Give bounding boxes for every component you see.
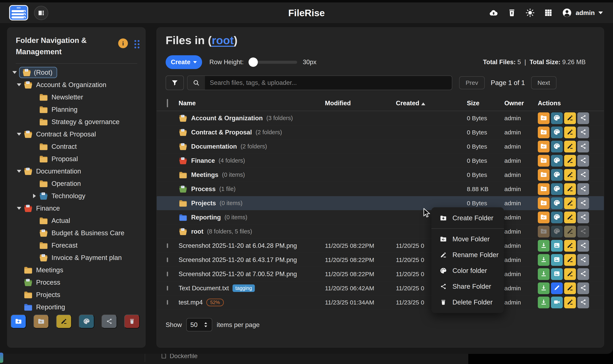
move-folder-button[interactable] — [33, 315, 49, 328]
rename-folder-button[interactable] — [56, 315, 71, 328]
rename-action-button[interactable] — [564, 183, 576, 195]
item-name[interactable]: root — [191, 228, 203, 235]
row-checkbox[interactable] — [167, 272, 168, 276]
tree-item-reporting[interactable]: Reporting — [7, 301, 145, 313]
download-action-button[interactable] — [538, 297, 550, 308]
trash-restore-icon[interactable] — [507, 8, 516, 17]
share-action-button[interactable] — [577, 155, 589, 167]
row-checkbox[interactable] — [167, 286, 168, 290]
item-name[interactable]: Screenshot 2025-11-20 at 6.04.28 PM.png — [179, 242, 297, 249]
column-modified[interactable]: Modified — [325, 100, 396, 107]
column-owner[interactable]: Owner — [504, 100, 538, 107]
root-breadcrumb-link[interactable]: root — [212, 34, 234, 47]
tree-item-proposal[interactable]: Proposal — [7, 153, 145, 165]
item-name[interactable]: Contract & Proposal — [191, 129, 252, 136]
item-name[interactable]: Screenshot 2025-11-20 at 7.00.52 PM.png — [179, 271, 297, 278]
prev-page-button[interactable]: Prev — [459, 76, 485, 89]
row-checkbox[interactable] — [167, 258, 168, 262]
column-created[interactable]: Created — [396, 100, 467, 107]
menu-item-move-folder[interactable]: Move Folder — [431, 231, 504, 247]
image-action-button[interactable] — [551, 240, 563, 252]
upload-cloud-icon[interactable] — [489, 8, 498, 17]
table-row-documentation[interactable]: Documentation(2 folders)0 Bytesadmin — [157, 140, 604, 154]
download-action-button[interactable] — [538, 254, 550, 266]
image-action-button[interactable] — [551, 254, 563, 266]
menu-item-delete-folder[interactable]: Delete Folder — [431, 294, 504, 310]
share-action-button[interactable] — [577, 240, 589, 252]
user-menu[interactable]: admin — [562, 8, 603, 18]
share-action-button[interactable] — [577, 212, 589, 223]
select-all-checkbox[interactable] — [167, 99, 168, 107]
palette-action-button[interactable] — [551, 169, 563, 181]
table-row-meetings[interactable]: Meetings(0 items)0 Bytesadmin — [157, 168, 604, 182]
palette-action-button[interactable] — [551, 155, 563, 167]
share-action-button[interactable] — [577, 197, 589, 209]
menu-item-create-folder[interactable]: Create Folder — [431, 210, 504, 226]
delete-folder-button[interactable] — [124, 315, 140, 328]
caret-down-icon[interactable] — [10, 71, 19, 74]
move-action-button[interactable] — [538, 197, 550, 209]
download-action-button[interactable] — [538, 240, 550, 252]
rename-action-button[interactable] — [564, 268, 576, 280]
rename-action-button[interactable] — [564, 141, 576, 152]
item-name[interactable]: Screenshot 2025-11-20 at 6.43.17 PM.png — [179, 256, 297, 264]
theme-sun-icon[interactable] — [525, 8, 535, 17]
tree-item-actual[interactable]: Actual — [7, 214, 145, 227]
menu-item-color-folder[interactable]: Color folder — [431, 263, 504, 279]
rename-action-button[interactable] — [564, 254, 576, 266]
rename-action-button[interactable] — [564, 169, 576, 181]
share-action-button[interactable] — [577, 297, 589, 308]
table-row-projects[interactable]: Projects(0 items)0 Bytesadmin — [157, 196, 604, 210]
rename-action-button[interactable] — [564, 155, 576, 167]
tree-item-strategy-governance[interactable]: Strategy & governance — [7, 116, 145, 128]
palette-action-button[interactable] — [551, 226, 563, 237]
rename-action-button[interactable] — [564, 226, 576, 237]
selected-folder-pill[interactable]: (Root) — [19, 67, 57, 78]
item-name[interactable]: Meetings — [191, 171, 218, 179]
next-page-button[interactable]: Next — [531, 76, 557, 89]
move-action-button[interactable] — [538, 226, 550, 237]
share-action-button[interactable] — [577, 183, 589, 195]
rename-action-button[interactable] — [564, 282, 576, 294]
rename-action-button[interactable] — [564, 297, 576, 308]
tree-item-contract-proposal[interactable]: Contract & Proposal — [7, 128, 145, 140]
table-row-reporting[interactable]: Reporting(0 items)admin — [157, 210, 604, 224]
search-input[interactable] — [205, 76, 452, 90]
share-action-button[interactable] — [577, 254, 589, 266]
video-action-button[interactable] — [551, 297, 563, 308]
column-name[interactable]: Name — [179, 100, 325, 107]
caret-down-icon[interactable] — [14, 83, 24, 86]
share-action-button[interactable] — [577, 112, 589, 124]
tree-item-invoice-payment-plan[interactable]: Invoice & Payment plan — [7, 251, 145, 264]
rename-action-button[interactable] — [564, 240, 576, 252]
item-name[interactable]: test.mp4 — [179, 299, 203, 306]
share-action-button[interactable] — [577, 282, 589, 294]
move-action-button[interactable] — [538, 127, 550, 138]
move-action-button[interactable] — [538, 183, 550, 195]
image-action-button[interactable] — [551, 268, 563, 280]
table-row-test-mp4[interactable]: test.mp452%11/23/25 01:34AM11/23/25 0adm… — [157, 295, 604, 310]
share-action-button[interactable] — [577, 141, 589, 152]
move-action-button[interactable] — [538, 169, 550, 181]
caret-down-icon[interactable] — [14, 133, 24, 136]
share-action-button[interactable] — [577, 169, 589, 181]
row-height-slider[interactable] — [249, 61, 297, 64]
item-name[interactable]: Process — [191, 185, 216, 193]
drag-handle-icon[interactable] — [134, 40, 140, 49]
palette-action-button[interactable] — [551, 183, 563, 195]
table-row-account-organization[interactable]: Account & Organization(3 folders)0 Bytes… — [157, 111, 604, 125]
apps-grid-icon[interactable] — [544, 8, 553, 17]
table-row-text-document-txt[interactable]: Text Document.txttagging11/20/25 06:42AM… — [157, 281, 604, 295]
move-action-button[interactable] — [538, 212, 550, 223]
menu-item-share-folder[interactable]: Share Folder — [431, 279, 504, 294]
tree-item-technology[interactable]: Technology — [7, 190, 145, 202]
download-action-button[interactable] — [538, 282, 550, 294]
palette-action-button[interactable] — [551, 112, 563, 124]
caret-down-icon[interactable] — [14, 170, 24, 173]
table-row-root[interactable]: root(8 folders, 5 files)admin — [157, 224, 604, 239]
table-row-screenshot-2025-11-20-at-6-43-17-pm-png[interactable]: Screenshot 2025-11-20 at 6.43.17 PM.png1… — [157, 253, 604, 267]
share-action-button[interactable] — [577, 226, 589, 237]
item-name[interactable]: Reporting — [191, 214, 221, 221]
item-name[interactable]: Text Document.txt — [179, 285, 229, 292]
tree-item-newsletter[interactable]: Newsletter — [7, 91, 145, 103]
